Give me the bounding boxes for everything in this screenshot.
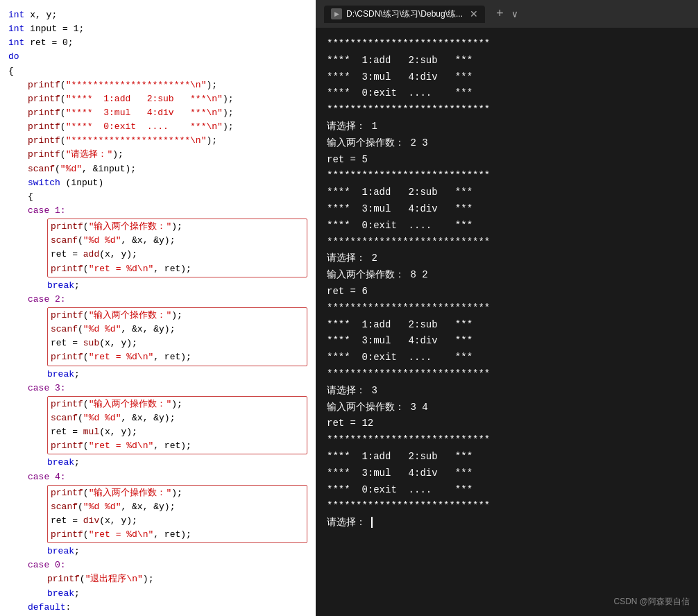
terminal-line: **** 0:exit .... *** bbox=[327, 350, 687, 366]
code-line: break; bbox=[8, 587, 307, 601]
code-line: ret = mul(x, y); bbox=[51, 425, 304, 439]
code-line: switch (input) bbox=[8, 176, 307, 190]
terminal-line: **************************** bbox=[327, 498, 687, 515]
code-line: printf("ret = %d\n", ret); bbox=[51, 350, 304, 364]
tab-dropdown-button[interactable]: ∨ bbox=[512, 8, 518, 20]
code-line: case 3: bbox=[8, 382, 307, 395]
code-line: printf("ret = %d\n", ret); bbox=[51, 439, 304, 453]
code-line: { bbox=[8, 65, 307, 78]
terminal-line: ret = 12 bbox=[327, 416, 687, 432]
terminal-line: **** 1:add 2:sub *** bbox=[327, 185, 687, 201]
code-line: int input = 1; bbox=[8, 22, 307, 36]
terminal-line: **** 3:mul 4:div *** bbox=[327, 201, 687, 218]
terminal-line: **** 3:mul 4:div *** bbox=[327, 333, 687, 350]
terminal-line: 请选择： 2 bbox=[327, 250, 687, 267]
watermark: CSDN @阿森要自信 bbox=[613, 596, 690, 608]
terminal-panel: ▶ D:\CSDN\练习\练习\Debug\练... ✕ + ∨ *******… bbox=[316, 0, 698, 616]
code-line: ret = div(x, y); bbox=[51, 514, 304, 528]
code-line: printf("ret = %d\n", ret); bbox=[51, 528, 304, 542]
terminal-tab-title: D:\CSDN\练习\练习\Debug\练... bbox=[346, 8, 463, 20]
code-line: int ret = 0; bbox=[8, 36, 307, 50]
terminal-icon: ▶ bbox=[331, 8, 342, 19]
terminal-line: **************************** bbox=[327, 102, 687, 119]
code-line: printf("输入两个操作数："); bbox=[51, 309, 304, 323]
terminal-line: **** 1:add 2:sub *** bbox=[327, 317, 687, 334]
code-line: scanf("%d", &input); bbox=[8, 162, 307, 176]
code-line: case 1: bbox=[8, 204, 307, 218]
terminal-line: **** 0:exit .... *** bbox=[327, 218, 687, 234]
code-line: case 2: bbox=[8, 293, 307, 307]
terminal-line: **************************** bbox=[327, 300, 687, 317]
code-line: break; bbox=[8, 545, 307, 558]
terminal-line: ret = 5 bbox=[327, 152, 687, 169]
terminal-line: **** 1:add 2:sub *** bbox=[327, 53, 687, 69]
terminal-tab[interactable]: ▶ D:\CSDN\练习\练习\Debug\练... ✕ bbox=[324, 6, 485, 23]
terminal-line: **** 0:exit .... *** bbox=[327, 85, 687, 102]
terminal-body: **************************** **** 1:add … bbox=[316, 28, 698, 616]
tab-close-button[interactable]: ✕ bbox=[470, 8, 478, 19]
code-editor: int x, y; int input = 1; int ret = 0; do… bbox=[0, 0, 316, 616]
code-line: int x, y; bbox=[8, 8, 307, 22]
code-line: break; bbox=[8, 456, 307, 470]
terminal-line: **** 3:mul 4:div *** bbox=[327, 69, 687, 86]
terminal-line: ret = 6 bbox=[327, 284, 687, 300]
terminal-line: **************************** bbox=[327, 366, 687, 383]
code-line: printf("请选择："); bbox=[8, 148, 307, 162]
code-line: printf("输入两个操作数："); bbox=[51, 486, 304, 500]
code-line: printf("**********************\n"); bbox=[8, 134, 307, 148]
terminal-line: **************************** bbox=[327, 432, 687, 449]
code-line: printf("输入两个操作数："); bbox=[51, 397, 304, 411]
code-line: case 4: bbox=[8, 470, 307, 484]
terminal-line: 请选择： bbox=[327, 515, 687, 531]
code-line: do bbox=[8, 50, 307, 64]
terminal-line: 输入两个操作数： 2 3 bbox=[327, 135, 687, 152]
terminal-line: 输入两个操作数： 8 2 bbox=[327, 267, 687, 284]
code-line: printf("**** 1:add 2:sub ***\n"); bbox=[8, 92, 307, 106]
code-line: default: bbox=[8, 601, 307, 615]
terminal-line: 请选择： 1 bbox=[327, 119, 687, 135]
terminal-titlebar: ▶ D:\CSDN\练习\练习\Debug\练... ✕ + ∨ bbox=[316, 0, 698, 28]
code-line: case 0: bbox=[8, 558, 307, 572]
code-line: break; bbox=[8, 279, 307, 293]
code-line: printf("输入两个操作数："); bbox=[51, 220, 304, 234]
terminal-line: 请选择： 3 bbox=[327, 383, 687, 400]
code-line: scanf("%d %d", &x, &y); bbox=[51, 323, 304, 336]
terminal-line: **** 1:add 2:sub *** bbox=[327, 449, 687, 465]
code-line: scanf("%d %d", &x, &y); bbox=[51, 234, 304, 248]
terminal-line: **************************** bbox=[327, 234, 687, 251]
code-line: printf("**********************\n"); bbox=[8, 78, 307, 92]
terminal-line: **** 3:mul 4:div *** bbox=[327, 465, 687, 482]
terminal-line: **** 0:exit .... *** bbox=[327, 482, 687, 499]
code-line: break; bbox=[8, 368, 307, 382]
terminal-line: **************************** bbox=[327, 36, 687, 53]
code-line: { bbox=[8, 190, 307, 204]
code-line: scanf("%d %d", &x, &y); bbox=[51, 411, 304, 425]
code-content: int x, y; int input = 1; int ret = 0; do… bbox=[0, 6, 316, 616]
terminal-line: **************************** bbox=[327, 168, 687, 185]
code-line: printf("**** 0:exit .... ***\n"); bbox=[8, 120, 307, 134]
code-line: scanf("%d %d", &x, &y); bbox=[51, 500, 304, 514]
code-line: ret = sub(x, y); bbox=[51, 336, 304, 350]
code-line: ret = add(x, y); bbox=[51, 248, 304, 262]
tab-add-button[interactable]: + bbox=[496, 7, 504, 21]
terminal-line: 输入两个操作数： 3 4 bbox=[327, 400, 687, 416]
code-line: printf("退出程序\n"); bbox=[8, 572, 307, 586]
code-line: printf("ret = %d\n", ret); bbox=[51, 262, 304, 276]
code-line: printf("**** 3:mul 4:div ***\n"); bbox=[8, 106, 307, 120]
